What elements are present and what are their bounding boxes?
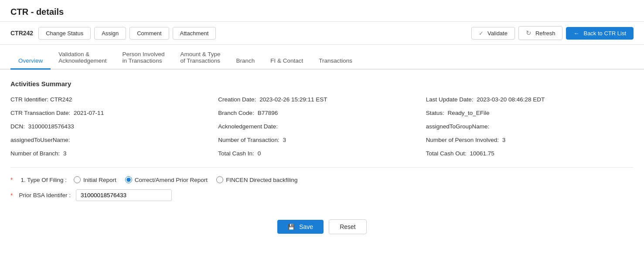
num-branch-value: 3 bbox=[61, 150, 66, 157]
num-transaction-value: 3 bbox=[281, 137, 286, 143]
page-title: CTR - details bbox=[0, 0, 644, 21]
filing-required-star: * bbox=[10, 176, 13, 183]
bsa-section: * Prior BSA Identifer : bbox=[10, 189, 634, 201]
branch-code-label: Branch Code: bbox=[218, 110, 254, 116]
radio-fincen[interactable]: FINCEN Directed backfiling bbox=[216, 176, 297, 183]
ctr-transaction-date-value: 2021-07-11 bbox=[72, 110, 104, 116]
validate-button[interactable]: Validate bbox=[471, 27, 515, 40]
tab-amount[interactable]: Amount & Typeof Transactions bbox=[172, 47, 228, 70]
num-person-label: Number of Person Involved: bbox=[426, 137, 499, 143]
tab-overview[interactable]: Overview bbox=[10, 53, 51, 70]
total-cash-in-label: Total Cash In: bbox=[218, 150, 254, 157]
num-person-item: Number of Person Involved: 3 bbox=[426, 137, 634, 143]
num-branch-label: Number of Branch: bbox=[10, 150, 60, 157]
save-button[interactable]: Save bbox=[277, 220, 324, 234]
tab-fi[interactable]: FI & Contact bbox=[262, 53, 311, 70]
radio-initial-input[interactable] bbox=[74, 176, 81, 183]
activities-summary-title: Activities Summary bbox=[10, 80, 634, 87]
action-bar: Save Reset bbox=[10, 214, 634, 238]
ctr-identifier-label: CTR Identifier: bbox=[10, 96, 48, 103]
validate-icon bbox=[479, 30, 485, 37]
tab-branch[interactable]: Branch bbox=[228, 53, 262, 70]
back-icon bbox=[573, 30, 581, 37]
bsa-identifier-input[interactable] bbox=[76, 189, 172, 201]
dcn-item: DCN: 31000018576433 bbox=[10, 123, 218, 130]
tab-validation[interactable]: Validation &Acknowledgement bbox=[51, 47, 114, 70]
dcn-value: 31000018576433 bbox=[27, 123, 74, 130]
ctr-transaction-date-label: CTR Transaction Date: bbox=[10, 110, 70, 116]
last-update-date-value: 2023-03-20 08:46:28 EDT bbox=[475, 96, 545, 103]
last-update-date-item: Last Update Date: 2023-03-20 08:46:28 ED… bbox=[426, 96, 634, 103]
creation-date-value: 2023-02-26 15:29:11 EST bbox=[258, 96, 327, 103]
attachment-button[interactable]: Attachment bbox=[173, 27, 216, 40]
activities-info-grid: CTR Identifier: CTR242 Creation Date: 20… bbox=[10, 96, 634, 157]
creation-date-item: Creation Date: 2023-02-26 15:29:11 EST bbox=[218, 96, 426, 103]
assigned-group-label: assignedToGroupName: bbox=[426, 123, 490, 130]
tab-person[interactable]: Person Involvedin Transactions bbox=[115, 47, 173, 70]
dcn-label: DCN: bbox=[10, 123, 25, 130]
assigned-user-item: assignedToUserName: bbox=[10, 137, 218, 143]
tabs-container: Overview Validation &Acknowledgement Per… bbox=[0, 47, 644, 70]
num-transaction-label: Number of Transaction: bbox=[218, 137, 279, 143]
refresh-icon bbox=[526, 29, 533, 37]
back-label: Back to CTR List bbox=[583, 30, 626, 37]
creation-date-label: Creation Date: bbox=[218, 96, 256, 103]
filing-section: * 1. Type Of Filing : Initial Report Cor… bbox=[10, 176, 634, 183]
acknowledgement-date-label: Acknoledgement Date: bbox=[218, 123, 278, 130]
reset-button[interactable]: Reset bbox=[329, 219, 367, 234]
toolbar: CTR242 Change Status Assign Comment Atta… bbox=[0, 21, 644, 45]
radio-initial-label: Initial Report bbox=[83, 177, 116, 183]
validate-label: Validate bbox=[487, 30, 508, 37]
filing-type-label: 1. Type Of Filing : bbox=[20, 177, 67, 183]
radio-correct-input[interactable] bbox=[125, 176, 132, 183]
radio-initial-report[interactable]: Initial Report bbox=[74, 176, 116, 183]
main-content: Activities Summary CTR Identifier: CTR24… bbox=[0, 70, 644, 248]
assign-button[interactable]: Assign bbox=[94, 27, 126, 40]
status-label: Status: bbox=[426, 110, 444, 116]
branch-code-item: Branch Code: B77896 bbox=[218, 110, 426, 116]
status-item: Status: Ready_to_EFile bbox=[426, 110, 634, 116]
radio-correct-amend[interactable]: Correct/Amend Prior Report bbox=[125, 176, 208, 183]
save-label: Save bbox=[299, 223, 313, 230]
total-cash-in-item: Total Cash In: 0 bbox=[218, 150, 426, 157]
acknowledgement-date-value bbox=[279, 123, 281, 130]
save-icon bbox=[288, 223, 296, 230]
total-cash-in-value: 0 bbox=[256, 150, 261, 157]
divider bbox=[10, 167, 634, 168]
bsa-required-star: * bbox=[10, 192, 13, 199]
assigned-group-item: assignedToGroupName: bbox=[426, 123, 634, 130]
radio-fincen-input[interactable] bbox=[216, 176, 223, 183]
filing-radio-group: Initial Report Correct/Amend Prior Repor… bbox=[74, 176, 297, 183]
refresh-button[interactable]: Refresh bbox=[518, 26, 563, 40]
total-cash-out-item: Total Cash Out: 10061.75 bbox=[426, 150, 634, 157]
back-to-ctr-list-button[interactable]: Back to CTR List bbox=[566, 27, 634, 40]
assigned-user-label: assignedToUserName: bbox=[10, 137, 70, 143]
total-cash-out-value: 10061.75 bbox=[468, 150, 494, 157]
bsa-label: Prior BSA Identifer : bbox=[19, 192, 71, 198]
branch-code-value: B77896 bbox=[256, 110, 278, 116]
comment-button[interactable]: Comment bbox=[129, 27, 169, 40]
assigned-user-value bbox=[72, 137, 74, 143]
ctr-transaction-date-item: CTR Transaction Date: 2021-07-11 bbox=[10, 110, 218, 116]
num-person-value: 3 bbox=[501, 137, 505, 143]
assigned-group-value bbox=[491, 123, 493, 130]
last-update-date-label: Last Update Date: bbox=[426, 96, 474, 103]
tab-transactions[interactable]: Transactions bbox=[311, 53, 360, 70]
radio-correct-label: Correct/Amend Prior Report bbox=[135, 177, 208, 183]
ctr-identifier-item: CTR Identifier: CTR242 bbox=[10, 96, 218, 103]
ctr-id-label: CTR242 bbox=[10, 30, 33, 37]
ctr-identifier-value: CTR242 bbox=[50, 96, 72, 103]
toolbar-left: CTR242 Change Status Assign Comment Atta… bbox=[10, 27, 468, 40]
total-cash-out-label: Total Cash Out: bbox=[426, 150, 467, 157]
toolbar-right: Validate Refresh Back to CTR List bbox=[471, 26, 634, 40]
num-branch-item: Number of Branch: 3 bbox=[10, 150, 218, 157]
radio-fincen-label: FINCEN Directed backfiling bbox=[226, 177, 297, 183]
status-value: Ready_to_EFile bbox=[446, 110, 490, 116]
num-transaction-item: Number of Transaction: 3 bbox=[218, 137, 426, 143]
change-status-button[interactable]: Change Status bbox=[38, 27, 91, 40]
acknowledgement-date-item: Acknoledgement Date: bbox=[218, 123, 426, 130]
refresh-label: Refresh bbox=[535, 30, 555, 37]
